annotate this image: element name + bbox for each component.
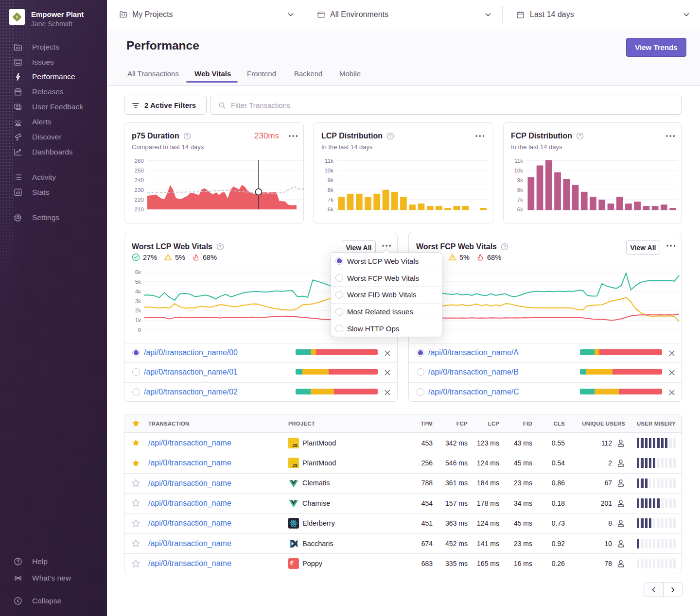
svg-text:1k: 1k [135, 317, 141, 323]
svg-text:250: 250 [135, 168, 144, 173]
svg-text:6k: 6k [517, 206, 523, 212]
svg-text:5k: 5k [135, 279, 141, 285]
svg-text:6k: 6k [328, 206, 333, 212]
svg-text:11k: 11k [325, 158, 333, 164]
svg-text:10k: 10k [324, 168, 333, 173]
svg-text:11k: 11k [514, 158, 523, 164]
svg-text:9k: 9k [517, 177, 523, 183]
svg-text:260: 260 [135, 158, 144, 164]
svg-text:230: 230 [135, 187, 144, 193]
svg-text:8k: 8k [517, 187, 523, 193]
svg-text:210: 210 [135, 206, 144, 212]
svg-text:0: 0 [138, 327, 141, 333]
svg-text:4k: 4k [135, 289, 141, 294]
svg-text:9k: 9k [328, 177, 333, 183]
svg-text:7k: 7k [328, 197, 333, 203]
svg-text:220: 220 [135, 197, 144, 203]
svg-text:3k: 3k [135, 298, 141, 304]
svg-text:10k: 10k [514, 168, 523, 173]
svg-text:7k: 7k [517, 197, 523, 203]
svg-text:6k: 6k [135, 269, 141, 275]
svg-text:2k: 2k [135, 308, 141, 313]
svg-text:8k: 8k [328, 187, 333, 193]
svg-text:240: 240 [135, 177, 144, 183]
